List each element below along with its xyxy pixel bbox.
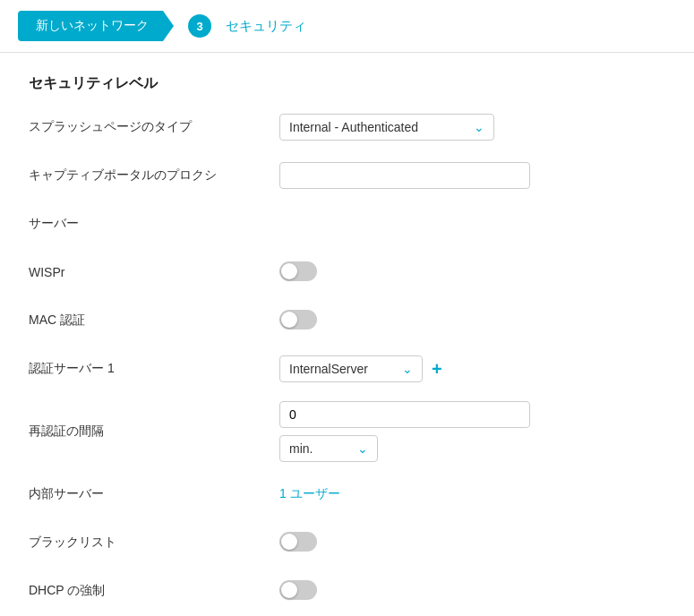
step-label: セキュリティ	[226, 18, 306, 35]
wispr-row: WISPr	[29, 256, 665, 288]
wispr-control	[279, 261, 665, 284]
reauth-label: 再認証の間隔	[29, 424, 279, 440]
internal-server-link[interactable]: 1 ユーザー	[279, 486, 340, 500]
main-content: セキュリティレベル スプラッシュページのタイプ Internal - Authe…	[0, 53, 694, 616]
wispr-toggle[interactable]	[279, 261, 317, 281]
reauth-unit-value: min.	[289, 441, 313, 456]
dhcp-toggle[interactable]	[279, 580, 317, 600]
auth-server-row: 認証サーバー 1 InternalServer ⌄ +	[29, 353, 665, 385]
internal-server-label: 内部サーバー	[29, 486, 279, 502]
blacklist-control	[279, 532, 665, 554]
step-badge: 3	[188, 14, 211, 38]
blacklist-toggle[interactable]	[279, 532, 317, 552]
wispr-label: WISPr	[29, 265, 279, 279]
reauth-input[interactable]	[279, 401, 530, 428]
auth-server-label: 認証サーバー 1	[29, 361, 279, 377]
splash-page-select[interactable]: Internal - Authenticated ⌄	[279, 114, 494, 141]
splash-page-control: Internal - Authenticated ⌄	[279, 114, 665, 141]
mac-auth-control	[279, 310, 665, 332]
chevron-down-icon: ⌄	[474, 120, 484, 134]
server-row: サーバー	[29, 208, 665, 240]
reauth-control: min. ⌄	[279, 401, 665, 462]
dhcp-row: DHCP の強制	[29, 575, 665, 607]
auth-server-chevron-icon: ⌄	[402, 362, 413, 376]
section-title: セキュリティレベル	[29, 74, 665, 93]
captive-portal-row: キャプティブポータルのプロクシ	[29, 159, 665, 192]
dhcp-control	[279, 580, 665, 603]
blacklist-row: ブラックリスト	[29, 526, 665, 559]
reauth-unit-chevron-icon: ⌄	[357, 441, 368, 456]
add-server-button[interactable]: +	[432, 360, 442, 378]
auth-server-select[interactable]: InternalServer ⌄	[279, 355, 423, 382]
internal-server-control: 1 ユーザー	[279, 486, 665, 502]
mac-auth-toggle[interactable]	[279, 310, 317, 329]
header: 新しいネットワーク 3 セキュリティ	[0, 0, 694, 53]
mac-auth-label: MAC 認証	[29, 312, 279, 329]
dhcp-label: DHCP の強制	[29, 583, 279, 599]
splash-page-value: Internal - Authenticated	[289, 120, 418, 134]
server-label: サーバー	[29, 216, 279, 232]
auth-server-control: InternalServer ⌄ +	[279, 355, 665, 382]
mac-auth-row: MAC 認証	[29, 304, 665, 337]
reauth-unit-select[interactable]: min. ⌄	[279, 435, 378, 462]
auth-server-value: InternalServer	[289, 362, 368, 376]
splash-page-label: スプラッシュページのタイプ	[29, 119, 279, 135]
captive-portal-input[interactable]	[279, 162, 530, 189]
new-network-button[interactable]: 新しいネットワーク	[18, 11, 174, 41]
internal-server-row: 内部サーバー 1 ユーザー	[29, 478, 665, 510]
captive-portal-control	[279, 162, 665, 189]
reauth-row: 再認証の間隔 min. ⌄	[29, 401, 665, 462]
blacklist-label: ブラックリスト	[29, 535, 279, 551]
captive-portal-label: キャプティブポータルのプロクシ	[29, 167, 279, 184]
splash-page-row: スプラッシュページのタイプ Internal - Authenticated ⌄	[29, 111, 665, 143]
